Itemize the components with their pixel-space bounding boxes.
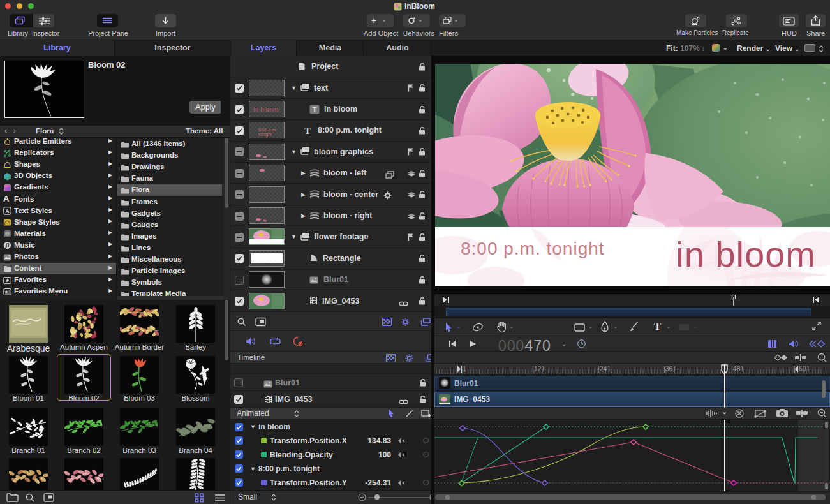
svg-text:A: A [5, 208, 10, 214]
svg-text:T: T [313, 105, 317, 113]
svg-text:in bloom: in bloom [676, 234, 816, 274]
svg-text:8:00 p.m. tonight: 8:00 p.m. tonight [461, 239, 605, 258]
